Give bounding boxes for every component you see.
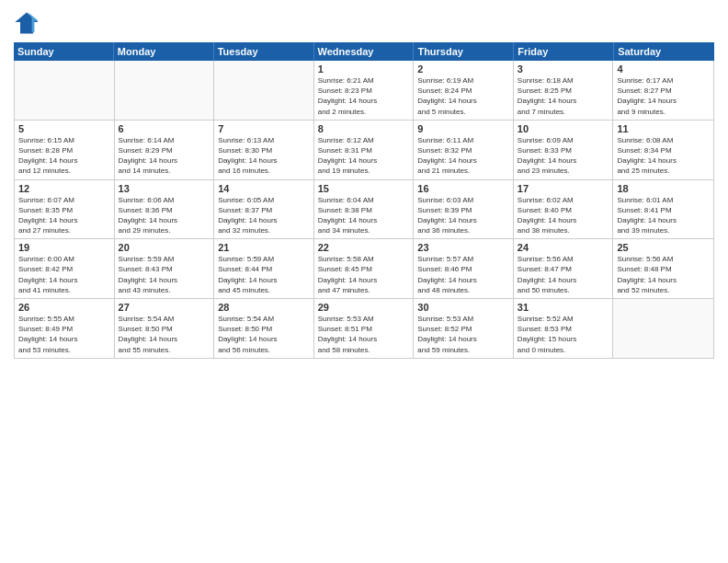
cal-week-2: 5Sunrise: 6:15 AMSunset: 8:28 PMDaylight… xyxy=(15,121,713,180)
logo-icon xyxy=(14,9,40,35)
cal-cell: 20Sunrise: 5:59 AMSunset: 8:43 PMDayligh… xyxy=(115,239,215,298)
day-number: 6 xyxy=(119,123,210,134)
cell-line2: Sunset: 8:45 PM xyxy=(318,264,410,274)
cell-line4: and 45 minutes. xyxy=(218,285,310,295)
day-number: 7 xyxy=(218,123,310,134)
cell-line4: and 50 minutes. xyxy=(518,285,609,295)
cell-line1: Sunrise: 6:06 AM xyxy=(119,195,210,205)
cell-line1: Sunrise: 6:08 AM xyxy=(617,135,710,145)
cell-line1: Sunrise: 5:57 AM xyxy=(417,254,509,264)
cell-line1: Sunrise: 5:56 AM xyxy=(617,254,710,264)
cell-line2: Sunset: 8:25 PM xyxy=(518,86,609,96)
cell-line2: Sunset: 8:38 PM xyxy=(318,205,410,215)
cal-cell xyxy=(115,61,215,120)
day-number: 18 xyxy=(617,183,710,194)
cal-cell: 2Sunrise: 6:19 AMSunset: 8:24 PMDaylight… xyxy=(414,61,514,120)
cell-line1: Sunrise: 5:54 AM xyxy=(119,314,210,324)
cell-line1: Sunrise: 5:59 AM xyxy=(119,254,210,264)
cell-line3: Daylight: 14 hours xyxy=(119,275,210,285)
cell-line4: and 16 minutes. xyxy=(218,166,310,176)
cal-header-tuesday: Tuesday xyxy=(214,42,314,61)
cal-week-3: 12Sunrise: 6:07 AMSunset: 8:35 PMDayligh… xyxy=(15,180,713,240)
day-number: 5 xyxy=(18,123,110,134)
day-number: 3 xyxy=(518,63,609,75)
cell-line4: and 55 minutes. xyxy=(119,345,210,355)
cal-cell: 16Sunrise: 6:03 AMSunset: 8:39 PMDayligh… xyxy=(414,180,514,239)
cal-cell: 8Sunrise: 6:12 AMSunset: 8:31 PMDaylight… xyxy=(314,121,415,179)
cell-line3: Daylight: 14 hours xyxy=(417,215,509,225)
day-number: 17 xyxy=(518,183,609,194)
cell-line1: Sunrise: 5:58 AM xyxy=(318,254,410,264)
cal-cell: 10Sunrise: 6:09 AMSunset: 8:33 PMDayligh… xyxy=(514,121,614,179)
cell-line3: Daylight: 14 hours xyxy=(18,155,110,166)
day-number: 11 xyxy=(617,123,710,134)
cell-line3: Daylight: 14 hours xyxy=(18,334,110,344)
cell-line2: Sunset: 8:37 PM xyxy=(218,205,310,215)
cell-line4: and 5 minutes. xyxy=(417,107,509,117)
cell-line1: Sunrise: 6:21 AM xyxy=(318,75,410,86)
cell-line1: Sunrise: 6:14 AM xyxy=(119,135,210,145)
cal-cell: 14Sunrise: 6:05 AMSunset: 8:37 PMDayligh… xyxy=(214,180,314,239)
cell-line2: Sunset: 8:44 PM xyxy=(218,264,310,274)
cell-line2: Sunset: 8:29 PM xyxy=(119,145,210,155)
cell-line3: Daylight: 14 hours xyxy=(417,334,509,344)
day-number: 8 xyxy=(318,123,410,134)
cell-line3: Daylight: 14 hours xyxy=(218,334,310,344)
cell-line3: Daylight: 14 hours xyxy=(318,155,410,166)
day-number: 25 xyxy=(617,242,710,253)
cell-line2: Sunset: 8:33 PM xyxy=(518,145,609,155)
cell-line3: Daylight: 14 hours xyxy=(417,155,509,166)
cell-line3: Daylight: 14 hours xyxy=(18,275,110,285)
cell-line4: and 48 minutes. xyxy=(417,285,509,295)
cal-cell: 4Sunrise: 6:17 AMSunset: 8:27 PMDaylight… xyxy=(613,61,713,120)
cell-line3: Daylight: 14 hours xyxy=(119,334,210,344)
cal-cell: 27Sunrise: 5:54 AMSunset: 8:50 PMDayligh… xyxy=(115,299,215,358)
cell-line4: and 56 minutes. xyxy=(218,345,310,355)
cell-line4: and 34 minutes. xyxy=(318,225,410,236)
cal-cell: 13Sunrise: 6:06 AMSunset: 8:36 PMDayligh… xyxy=(115,180,215,239)
cell-line2: Sunset: 8:27 PM xyxy=(617,86,710,96)
cell-line2: Sunset: 8:48 PM xyxy=(617,264,710,274)
cal-week-1: 1Sunrise: 6:21 AMSunset: 8:23 PMDaylight… xyxy=(15,61,713,121)
day-number: 15 xyxy=(318,183,410,194)
cal-cell: 22Sunrise: 5:58 AMSunset: 8:45 PMDayligh… xyxy=(314,239,415,298)
cal-cell: 3Sunrise: 6:18 AMSunset: 8:25 PMDaylight… xyxy=(514,61,614,120)
day-number: 16 xyxy=(417,183,509,194)
day-number: 12 xyxy=(18,183,110,194)
cell-line2: Sunset: 8:31 PM xyxy=(318,145,410,155)
cell-line1: Sunrise: 6:07 AM xyxy=(18,195,110,205)
cell-line3: Daylight: 14 hours xyxy=(518,96,609,106)
cell-line1: Sunrise: 6:00 AM xyxy=(18,254,110,264)
cal-cell: 29Sunrise: 5:53 AMSunset: 8:51 PMDayligh… xyxy=(314,299,415,358)
cal-cell: 21Sunrise: 5:59 AMSunset: 8:44 PMDayligh… xyxy=(214,239,314,298)
cell-line2: Sunset: 8:53 PM xyxy=(518,324,609,334)
calendar-body: 1Sunrise: 6:21 AMSunset: 8:23 PMDaylight… xyxy=(15,61,713,358)
cal-cell: 25Sunrise: 5:56 AMSunset: 8:48 PMDayligh… xyxy=(613,239,713,298)
cell-line1: Sunrise: 6:13 AM xyxy=(218,135,310,145)
cal-header-monday: Monday xyxy=(114,42,214,61)
cell-line4: and 23 minutes. xyxy=(518,166,609,176)
cell-line1: Sunrise: 6:17 AM xyxy=(617,75,710,86)
cell-line2: Sunset: 8:46 PM xyxy=(417,264,509,274)
day-number: 2 xyxy=(417,63,509,75)
cell-line3: Daylight: 14 hours xyxy=(417,96,509,106)
cell-line3: Daylight: 14 hours xyxy=(318,96,410,106)
day-number: 22 xyxy=(318,242,410,253)
cal-cell: 6Sunrise: 6:14 AMSunset: 8:29 PMDaylight… xyxy=(115,121,215,179)
cell-line4: and 52 minutes. xyxy=(617,285,710,295)
cell-line4: and 21 minutes. xyxy=(417,166,509,176)
cell-line2: Sunset: 8:36 PM xyxy=(119,205,210,215)
cell-line2: Sunset: 8:34 PM xyxy=(617,145,710,155)
cell-line4: and 41 minutes. xyxy=(18,285,110,295)
page: SundayMondayTuesdayWednesdayThursdayFrid… xyxy=(0,0,728,563)
day-number: 9 xyxy=(417,123,509,134)
cal-cell: 5Sunrise: 6:15 AMSunset: 8:28 PMDaylight… xyxy=(15,121,115,179)
cell-line1: Sunrise: 5:52 AM xyxy=(518,314,609,324)
cell-line3: Daylight: 14 hours xyxy=(119,155,210,166)
cell-line4: and 2 minutes. xyxy=(318,107,410,117)
cal-header-sunday: Sunday xyxy=(14,42,114,61)
cell-line1: Sunrise: 6:18 AM xyxy=(518,75,609,86)
cell-line4: and 38 minutes. xyxy=(518,225,609,236)
cal-cell: 26Sunrise: 5:55 AMSunset: 8:49 PMDayligh… xyxy=(15,299,115,358)
cal-cell xyxy=(15,61,115,120)
